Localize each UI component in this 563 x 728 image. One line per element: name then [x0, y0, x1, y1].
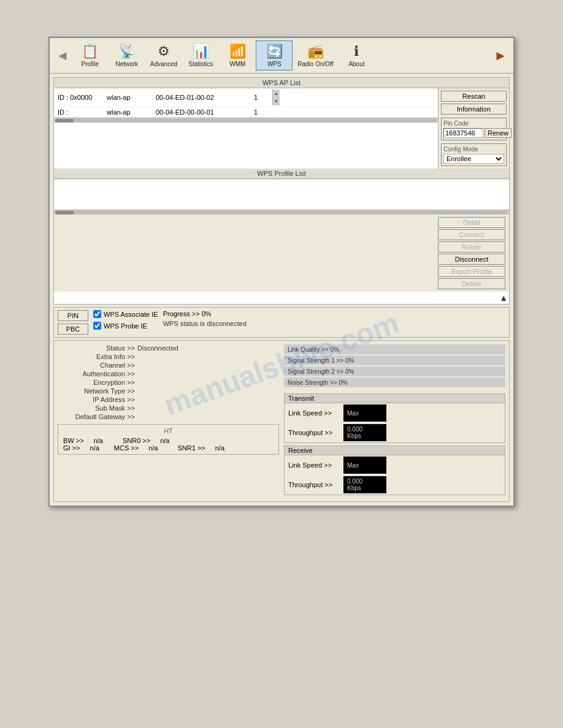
pin-button[interactable]: PIN: [58, 310, 88, 321]
profile-list-area[interactable]: [54, 179, 509, 210]
ip-address-label: IP Address >>: [58, 396, 137, 403]
gi-value: n/a: [90, 444, 99, 452]
receive-link-speed-value: Max: [343, 457, 386, 474]
transmit-throughput-label: Throughput >>: [288, 429, 343, 436]
disconnect-button[interactable]: Disconnect: [438, 254, 505, 265]
channel-label: Channel >>: [58, 362, 137, 369]
ht-row-1: BW >> n/a SNR0 >> n/a: [63, 437, 274, 444]
authentication-label: Authentication >>: [58, 370, 137, 377]
gi-label: GI >>: [63, 444, 80, 452]
status-section: Status >> Disconnected Extra Info >> Cha…: [53, 340, 510, 502]
wps-probe-ie-label: WPS Probe IE: [104, 322, 147, 330]
main-content: WPS AP List ID : 0x0000 wlan-ap 00-04-ED…: [50, 74, 513, 506]
scroll-up-icon[interactable]: ▲: [273, 89, 280, 97]
profile-horizontal-scrollbar[interactable]: [54, 210, 509, 214]
tab-advanced[interactable]: ⚙ Advanced: [145, 41, 182, 70]
ap-mac-0: 00-04-ED-01-00-02: [156, 94, 254, 101]
scroll-down-icon[interactable]: ▼: [273, 97, 280, 105]
snr0-value: n/a: [160, 437, 169, 444]
tab-about[interactable]: ℹ About: [338, 41, 375, 70]
wps-probe-ie-checkbox[interactable]: [93, 322, 101, 330]
transmit-throughput-number: 0.000Kbps: [347, 426, 362, 439]
transmit-link-speed-row: Link Speed >> Max: [285, 403, 505, 423]
tab-network[interactable]: 📡 Network: [109, 41, 145, 70]
tab-profile[interactable]: 📋 Profile: [72, 41, 109, 70]
wps-ap-list-header: WPS AP List: [54, 78, 509, 88]
default-gateway-label: Default Gateway >>: [58, 413, 137, 420]
mcs-value: n/a: [148, 444, 158, 452]
tab-wmm[interactable]: 📶 WMM: [219, 41, 256, 70]
transmit-link-speed-value: Max: [343, 404, 386, 422]
pin-code-row: Renew: [443, 128, 504, 138]
encryption-label: Encryption >>: [58, 379, 137, 386]
pin-code-group: Pin Code Renew: [441, 118, 507, 140]
status-row-nettype: Network Type >>: [58, 387, 279, 395]
pin-code-label: Pin Code: [443, 120, 504, 127]
statistics-label: Statistics: [188, 61, 213, 67]
pbc-button[interactable]: PBC: [58, 324, 88, 335]
link-quality-bar: Link Quality >> 0%: [284, 344, 505, 354]
receive-header: Receive: [285, 446, 505, 455]
wps-actions-panel: PIN PBC WPS Associate IE WPS Probe IE Pr…: [53, 307, 510, 338]
statistics-icon: 📊: [193, 44, 209, 59]
advanced-icon: ⚙: [158, 44, 170, 59]
ht-section: HT BW >> n/a SNR0 >> n/a GI >> n/a MCS >…: [58, 424, 279, 455]
transmit-header: Transmit: [285, 394, 505, 403]
ap-list-container: ID : 0x0000 wlan-ap 00-04-ED-01-00-02 1 …: [54, 88, 509, 169]
about-icon: ℹ: [354, 44, 359, 59]
wps-label: WPS: [267, 61, 282, 67]
ap-id-0: ID : 0x0000: [58, 94, 107, 101]
app-window: ◄ 📋 Profile 📡 Network ⚙ Advanced 📊 Stati…: [48, 37, 515, 507]
h-scroll-track: [55, 119, 437, 123]
status-row-mask: Sub Mask >>: [58, 404, 279, 412]
receive-throughput-label: Throughput >>: [288, 481, 343, 488]
expand-arrow-icon[interactable]: ▲: [499, 293, 508, 303]
ap-ch-0: 1: [254, 94, 272, 101]
rescan-button[interactable]: Rescan: [441, 91, 507, 102]
about-label: About: [348, 61, 364, 67]
tab-wps[interactable]: 🔄 WPS: [256, 40, 293, 70]
ht-label: HT: [63, 427, 274, 434]
export-profile-button[interactable]: Export Profile: [438, 266, 505, 277]
profile-label: Profile: [82, 61, 99, 67]
tab-statistics[interactable]: 📊 Statistics: [182, 41, 219, 70]
back-button[interactable]: ◄: [53, 45, 72, 66]
ap-list-scrollbar[interactable]: ▲ ▼: [272, 89, 280, 105]
signal-strength-2-bar: Signal Strength 2 >> 0%: [284, 366, 505, 376]
status-row-extra: Extra Info >>: [58, 353, 279, 360]
profile-h-scroll-track: [55, 211, 508, 214]
information-button[interactable]: Information: [441, 104, 507, 115]
status-row-channel: Channel >>: [58, 362, 279, 369]
status-row-status: Status >> Disconnected: [58, 344, 279, 352]
pin-code-input[interactable]: [443, 128, 483, 138]
ap-horizontal-scrollbar[interactable]: [54, 118, 438, 123]
forward-button[interactable]: ►: [491, 45, 510, 66]
status-label: Status >>: [58, 344, 137, 352]
wps-ap-list-panel: WPS AP List ID : 0x0000 wlan-ap 00-04-ED…: [53, 77, 510, 305]
ht-row-2: GI >> n/a MCS >> n/a SNR1 >> n/a: [63, 444, 274, 452]
wps-associate-ie-checkbox[interactable]: [93, 310, 101, 318]
snr1-label: SNR1 >>: [177, 444, 205, 452]
detail-button[interactable]: Detail: [438, 217, 505, 228]
table-row[interactable]: ID : wlan-ap 00-04-ED-00-00-01 1: [54, 107, 438, 118]
transmit-throughput-value: 0.000Kbps: [343, 424, 386, 441]
mcs-label: MCS >>: [114, 444, 139, 452]
bottom-arrow-area: ▲: [54, 292, 509, 304]
signal-bars-area: Link Quality >> 0% Signal Strength 1 >> …: [284, 344, 505, 389]
wps-btn-group: PIN PBC: [58, 310, 88, 335]
network-type-label: Network Type >>: [58, 387, 137, 395]
side-action-buttons: Detail Connect Rotate Disconnect Export …: [438, 217, 505, 289]
config-mode-select[interactable]: Enrollee Registrar: [443, 154, 504, 164]
tab-radio[interactable]: 📻 Radio On/Off: [293, 41, 338, 70]
delete-button[interactable]: Delete: [438, 278, 505, 289]
receive-throughput-row: Throughput >> 0.000Kbps: [285, 475, 505, 495]
renew-button[interactable]: Renew: [484, 128, 511, 138]
wps-probe-ie-row: WPS Probe IE: [93, 322, 158, 330]
connect-button[interactable]: Connect: [438, 229, 505, 240]
config-mode-label: Config Mode: [443, 146, 504, 153]
side-action-area: Detail Connect Rotate Disconnect Export …: [54, 214, 509, 292]
table-row[interactable]: ID : 0x0000 wlan-ap 00-04-ED-01-00-02 1 …: [54, 88, 438, 107]
rotate-button[interactable]: Rotate: [438, 241, 505, 252]
wps-icon: 🔄: [266, 44, 283, 59]
noise-strength-bar: Noise Strength >> 0%: [284, 377, 505, 387]
